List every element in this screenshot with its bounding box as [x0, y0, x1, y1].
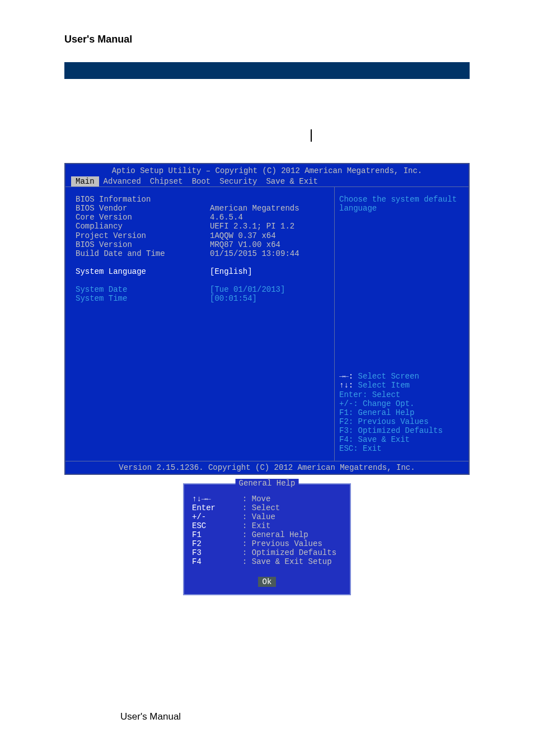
system-language-label: System Language [76, 267, 210, 276]
page-footer: User's Manual [120, 711, 181, 722]
gh-row: F3: Optimized Defaults [192, 548, 342, 557]
info-row: BIOS VersionMRQ87 V1.00 x64 [76, 240, 324, 249]
gh-row: ESC: Exit [192, 521, 342, 530]
help-key-desc: General Help [358, 408, 415, 417]
help-key: F4: [339, 435, 358, 444]
header-bar [64, 62, 470, 79]
gh-desc: : General Help [242, 530, 308, 539]
gh-row: F1: General Help [192, 530, 342, 539]
gh-key: ↑↓→← [192, 494, 242, 503]
info-value: UEFI 2.3.1; PI 1.2 [210, 222, 294, 231]
info-label: Core Version [76, 213, 210, 222]
info-value: 01/15/2015 13:09:44 [210, 249, 299, 258]
system-language-row[interactable]: System Language[English] [76, 267, 324, 276]
gh-key: F1 [192, 530, 242, 539]
info-value: 1AQQW 0.37 x64 [210, 231, 276, 240]
help-key-row: F4: Save & Exit [339, 435, 464, 444]
tab-security[interactable]: Security [215, 176, 261, 186]
info-label: Project Version [76, 231, 210, 240]
tab-save-exit[interactable]: Save & Exit [261, 176, 322, 186]
tab-advanced[interactable]: Advanced [99, 176, 146, 186]
gh-row: +/-: Value [192, 512, 342, 521]
gh-desc: : Value [242, 512, 275, 521]
ok-button-wrap: Ok [192, 577, 342, 586]
gh-row: F4: Save & Exit Setup [192, 557, 342, 566]
help-key-desc: Select Screen [358, 372, 419, 381]
gh-desc: : Exit [242, 521, 270, 530]
help-key: →←: [339, 372, 358, 381]
info-row: Project Version1AQQW 0.37 x64 [76, 231, 324, 240]
help-key-row: F1: General Help [339, 408, 464, 417]
help-key-desc: Previous Values [358, 417, 429, 426]
bios-header-title: Aptio Setup Utility – Copyright (C) 2012… [65, 165, 469, 176]
gh-key: +/- [192, 512, 242, 521]
help-key-desc: Exit [363, 444, 382, 453]
help-key-row: F3: Optimized Defaults [339, 426, 464, 435]
info-label: Build Date and Time [76, 249, 210, 258]
bios-body: BIOS Information BIOS VendorAmerican Meg… [65, 186, 469, 461]
help-key-row: →←: Select Screen [339, 372, 464, 381]
help-key-row: F2: Previous Values [339, 417, 464, 426]
gh-key: F4 [192, 557, 242, 566]
info-row: Build Date and Time01/15/2015 13:09:44 [76, 249, 324, 258]
help-key-desc: Change Opt. [363, 399, 414, 408]
tab-boot[interactable]: Boot [188, 176, 216, 186]
help-key: +/-: [339, 399, 363, 408]
gh-desc: : Save & Exit Setup [242, 557, 332, 566]
gh-row: ↑↓→←: Move [192, 494, 342, 503]
system-time-label: System Time [76, 294, 210, 303]
help-key-row: Enter: Select [339, 390, 464, 399]
bios-left-panel: BIOS Information BIOS VendorAmerican Meg… [65, 186, 334, 461]
cursor-area [64, 129, 470, 157]
system-date-label: System Date [76, 285, 210, 294]
system-time-value: [00:01:54] [210, 294, 257, 303]
info-value: 4.6.5.4 [210, 213, 243, 222]
gh-key: Enter [192, 503, 242, 512]
bios-window: Aptio Setup Utility – Copyright (C) 2012… [64, 163, 470, 475]
help-key: F1: [339, 408, 358, 417]
help-key-row: ↑↓: Select Item [339, 381, 464, 390]
help-key-desc: Select Item [358, 381, 410, 390]
info-label: Compliancy [76, 222, 210, 231]
help-key-desc: Save & Exit [358, 435, 410, 444]
bios-section-title: BIOS Information [76, 195, 210, 204]
help-key-row: ESC: Exit [339, 444, 464, 453]
gh-desc: : Select [242, 503, 280, 512]
system-date-row[interactable]: System Date[Tue 01/01/2013] [76, 285, 324, 294]
gh-row: Enter: Select [192, 503, 342, 512]
help-key: ESC: [339, 444, 363, 453]
gh-key: ESC [192, 521, 242, 530]
ok-button[interactable]: Ok [258, 577, 277, 587]
info-row: Core Version4.6.5.4 [76, 213, 324, 222]
system-date-value: [Tue 01/01/2013] [210, 285, 285, 294]
gh-desc: : Move [242, 494, 270, 503]
help-key: F3: [339, 426, 358, 435]
info-value: MRQ87 V1.00 x64 [210, 240, 280, 249]
help-key: F2: [339, 417, 358, 426]
info-label: BIOS Version [76, 240, 210, 249]
help-key: Enter: [339, 390, 372, 399]
general-help-title: General Help [236, 479, 299, 488]
bios-footer: Version 2.15.1236. Copyright (C) 2012 Am… [65, 461, 469, 474]
doc-title: User's Manual [64, 34, 470, 45]
bios-header: Aptio Setup Utility – Copyright (C) 2012… [65, 164, 469, 186]
info-value: American Megatrends [210, 204, 299, 213]
help-key-desc: Optimized Defaults [358, 426, 443, 435]
bios-tabs: Main Advanced Chipset Boot Security Save… [65, 176, 469, 186]
system-time-row[interactable]: System Time[00:01:54] [76, 294, 324, 303]
text-cursor [311, 129, 312, 142]
help-key: ↑↓: [339, 381, 358, 390]
help-key-row: +/-: Change Opt. [339, 399, 464, 408]
info-row: BIOS VendorAmerican Megatrends [76, 204, 324, 213]
tab-main[interactable]: Main [71, 176, 99, 186]
system-language-value: [English] [210, 267, 252, 276]
tab-chipset[interactable]: Chipset [146, 176, 188, 186]
gh-row: F2: Previous Values [192, 539, 342, 548]
general-help-dialog: General Help ↑↓→←: MoveEnter: Select+/-:… [183, 483, 351, 595]
help-description: Choose the system default language [339, 195, 464, 213]
help-keys: →←: Select Screen↑↓: Select ItemEnter: S… [339, 372, 464, 453]
gh-key: F2 [192, 539, 242, 548]
help-key-desc: Select [372, 390, 400, 399]
gh-key: F3 [192, 548, 242, 557]
gh-desc: : Previous Values [242, 539, 322, 548]
